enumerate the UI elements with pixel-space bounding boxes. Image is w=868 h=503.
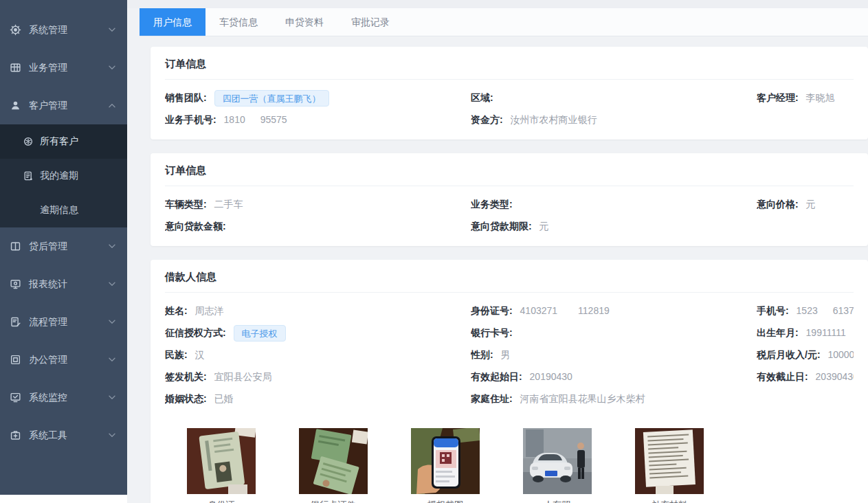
field-label: 征信授权方式: [165,327,226,338]
borrower-info-card: 借款人信息 姓名: 周志洋 身份证号: 4103271112819 手机号: 1… [151,260,868,503]
grid-icon [10,62,21,74]
green-booklet-photo[interactable] [299,428,368,494]
field-account-manager: 客户经理: 李晓旭 [757,87,854,109]
tab-loan-application-docs[interactable]: 申贷资料 [271,8,337,36]
sidebar: 系统管理 业务管理 客户管理 所有客户 我的逾期 [0,0,127,495]
field-empty [757,388,854,410]
document-photos: 身份证 [187,428,854,503]
chevron-down-icon [109,282,115,287]
sidebar-item-label: 逾期信息 [40,204,78,216]
gear-icon [10,24,21,36]
photo-item: 授权截图 [411,428,480,503]
field-id-number: 身份证号: 4103271112819 [471,300,757,322]
main-panel: 订单信息 销售团队: 四团一营（直属王鹏飞） 区域: 客户经理: 李晓旭 [140,36,868,503]
field-value: 李晓旭 [806,92,835,103]
badge-icon [23,136,34,147]
field-label: 资金方: [471,114,503,125]
chevron-down-icon [109,320,115,324]
field-sales-team: 销售团队: 四团一营（直属王鹏飞） [165,87,471,109]
field-value: 周志洋 [195,305,224,316]
tab-approval-records[interactable]: 审批记录 [337,8,403,36]
photo-caption: 银行卡证件 [299,500,368,503]
clipboard-icon [10,316,21,328]
field-label: 出生年月: [757,327,799,338]
field-value: 已婚 [214,393,234,404]
sidebar-item-business-mgmt[interactable]: 业务管理 [0,49,127,87]
tab-car-loan-info[interactable]: 车贷信息 [205,8,271,36]
customer-mgmt-submenu: 所有客户 我的逾期 逾期信息 [0,124,127,227]
field-label: 税后月收入/元: [757,349,821,360]
order-info-card-1: 订单信息 销售团队: 四团一营（直属王鹏飞） 区域: 客户经理: 李晓旭 [151,47,868,139]
user-icon [10,100,21,111]
field-vehicle-type: 车辆类型: 二手车 [165,193,471,215]
field-label: 意向价格: [757,199,799,210]
field-label: 婚姻状态: [165,393,207,404]
chevron-down-icon [109,433,115,438]
sidebar-item-all-customers[interactable]: 所有客户 [0,124,127,159]
field-rows: 销售团队: 四团一营（直属王鹏飞） 区域: 客户经理: 李晓旭 业务手机号: [165,80,854,139]
sidebar-item-office-mgmt[interactable]: 办公管理 [0,341,127,379]
field-value: 二手车 [214,199,243,210]
field-value: 河南省宜阳县花果山乡木柴村 [520,393,645,404]
field-value: 181095575 [224,114,287,125]
field-label: 家庭住址: [471,393,513,404]
chevron-down-icon [109,65,115,70]
toolbox-icon [10,429,21,441]
content-area: 用户信息 车贷信息 申贷资料 审批记录 订单信息 销售团队: 四团一营（直属王鹏… [127,0,868,503]
photo-item: 补充材料 [635,428,704,503]
photo-caption: 身份证 [187,500,256,503]
field-credit-auth-method: 征信授权方式: 电子授权 [165,322,471,344]
photo-item: 身份证 [187,428,256,503]
sidebar-item-label: 我的逾期 [40,170,78,182]
tab-user-info[interactable]: 用户信息 [140,8,205,36]
sidebar-item-label: 流程管理 [29,316,67,328]
sidebar-item-system-monitor[interactable]: 系统监控 [0,379,127,416]
field-label: 签发机关: [165,371,207,382]
sidebar-item-my-overdue[interactable]: 我的逾期 [0,159,127,193]
field-label: 业务手机号: [165,114,216,125]
photo-item: 人车照 [523,428,592,503]
square-icon [10,354,21,366]
field-business-type: 业务类型: [471,193,757,215]
sidebar-item-process-mgmt[interactable]: 流程管理 [0,303,127,341]
sidebar-item-report-stats[interactable]: 报表统计 [0,265,127,303]
photo-caption: 人车照 [523,500,592,503]
photo-caption: 授权截图 [411,500,480,503]
sidebar-item-customer-mgmt[interactable]: 客户管理 [0,87,127,124]
sidebar-item-label: 报表统计 [29,278,67,291]
field-label: 有效截止日: [757,371,808,382]
electronic-auth-tag[interactable]: 电子授权 [234,325,286,342]
field-label: 性别: [471,349,493,360]
document-photo[interactable] [635,428,704,494]
field-empty [757,215,854,237]
field-label: 意向贷款期限: [471,221,532,232]
field-intended-loan-amount: 意向贷款金额: [165,215,471,237]
id-card-photo[interactable] [187,428,256,494]
field-label: 业务类型: [471,199,513,210]
sidebar-footer-strip [0,495,127,503]
field-label: 手机号: [757,305,789,316]
chevron-down-icon [109,357,115,362]
monitor-icon [10,278,21,290]
field-business-phone: 业务手机号: 181095575 [165,109,471,131]
field-value: 10000 [827,349,854,360]
field-intended-price: 意向价格: 元 [757,193,854,215]
field-issuing-authority: 签发机关: 宜阳县公安局 [165,366,471,388]
phone-qr-photo[interactable] [411,428,480,494]
sidebar-item-system-mgmt[interactable]: 系统管理 [0,11,127,49]
photo-caption: 补充材料 [635,500,704,503]
monitor-check-icon [10,392,21,403]
field-rows: 姓名: 周志洋 身份证号: 4103271112819 手机号: 1523613… [165,293,854,418]
chevron-up-icon [109,103,115,108]
sidebar-item-system-tools[interactable]: 系统工具 [0,416,127,454]
order-info-card-2: 订单信息 车辆类型: 二手车 业务类型: 意向价格: 元 [151,153,868,246]
person-car-photo[interactable] [523,428,592,494]
field-label: 民族: [165,349,188,360]
top-strip [127,0,868,8]
sidebar-item-label: 办公管理 [29,354,67,366]
field-label: 身份证号: [471,305,513,316]
sales-team-tag[interactable]: 四团一营（直属王鹏飞） [214,90,329,107]
sidebar-item-overdue-info[interactable]: 逾期信息 [0,193,127,227]
sidebar-item-postloan-mgmt[interactable]: 贷后管理 [0,227,127,265]
field-value: 元 [539,221,549,232]
